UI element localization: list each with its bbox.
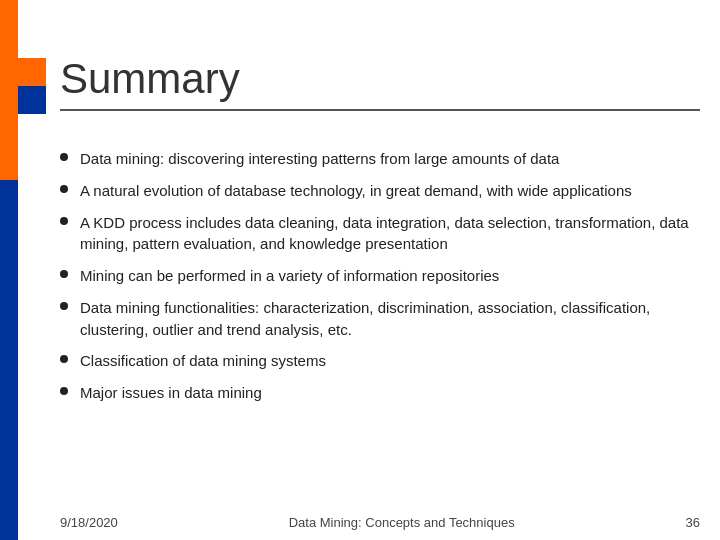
bullet-text: A KDD process includes data cleaning, da… (80, 212, 690, 256)
list-item: Data mining functionalities: characteriz… (60, 297, 690, 341)
title-accent-blue (18, 86, 46, 114)
list-item: Data mining: discovering interesting pat… (60, 148, 690, 170)
bullet-list: Data mining: discovering interesting pat… (60, 148, 690, 404)
accent-orange-top (0, 0, 18, 180)
list-item: Mining can be performed in a variety of … (60, 265, 690, 287)
list-item: A KDD process includes data cleaning, da… (60, 212, 690, 256)
list-item: Major issues in data mining (60, 382, 690, 404)
accent-blue-bottom (0, 180, 18, 540)
bullet-dot-icon (60, 217, 68, 225)
content-area: Data mining: discovering interesting pat… (60, 148, 690, 490)
title-section: Summary (60, 55, 700, 111)
list-item: A natural evolution of database technolo… (60, 180, 690, 202)
left-accent-bar (0, 0, 18, 540)
bullet-text: Mining can be performed in a variety of … (80, 265, 690, 287)
title-accent-blocks (18, 58, 46, 114)
title-accent-orange (18, 58, 46, 86)
bullet-text: Data mining: discovering interesting pat… (80, 148, 690, 170)
bullet-text: Major issues in data mining (80, 382, 690, 404)
footer-page-number: 36 (686, 515, 700, 530)
bullet-text: Classification of data mining systems (80, 350, 690, 372)
bullet-dot-icon (60, 270, 68, 278)
slide: Summary Data mining: discovering interes… (0, 0, 720, 540)
footer-course-title: Data Mining: Concepts and Techniques (289, 515, 515, 530)
bullet-dot-icon (60, 185, 68, 193)
bullet-text: Data mining functionalities: characteriz… (80, 297, 690, 341)
title-underline (60, 109, 700, 111)
list-item: Classification of data mining systems (60, 350, 690, 372)
bullet-dot-icon (60, 387, 68, 395)
bullet-dot-icon (60, 355, 68, 363)
footer: 9/18/2020 Data Mining: Concepts and Tech… (60, 515, 700, 530)
bullet-dot-icon (60, 153, 68, 161)
bullet-text: A natural evolution of database technolo… (80, 180, 690, 202)
page-title: Summary (60, 55, 700, 103)
footer-date: 9/18/2020 (60, 515, 118, 530)
bullet-dot-icon (60, 302, 68, 310)
